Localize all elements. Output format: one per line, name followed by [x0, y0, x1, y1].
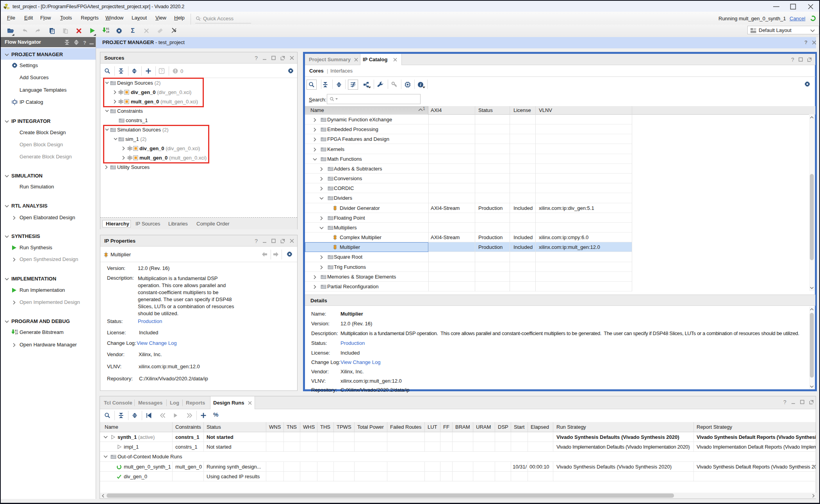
svg-text:?: ? — [83, 40, 86, 46]
